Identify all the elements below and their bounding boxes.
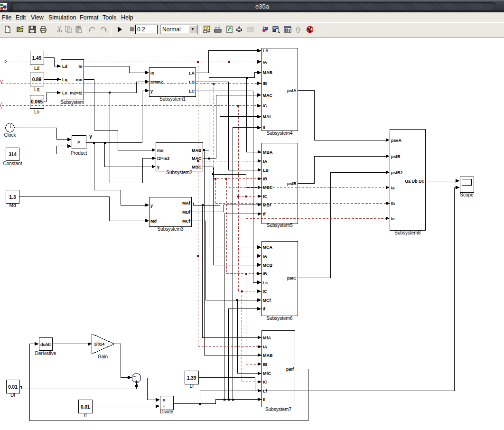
svg-text:MAf: MAf [263,114,271,119]
svg-text:Lf: Lf [190,383,194,389]
svg-text:IC: IC [263,289,268,294]
svg-text:Ic: Ic [391,216,395,221]
svg-text:1.49: 1.49 [32,56,42,61]
svg-text:Gain: Gain [98,354,108,359]
svg-text:Ib: Ib [391,201,395,206]
svg-text:÷: ÷ [163,403,166,409]
svg-text:Ia: Ia [391,186,395,190]
svg-text:Product: Product [71,150,87,156]
svg-text:Lq: Lq [34,87,39,92]
svg-text:Subsystem: Subsystem [61,100,84,105]
svg-text:rf: rf [84,412,87,418]
svg-text:Divide: Divide [160,409,173,414]
svg-text:Constant: Constant [3,161,22,166]
svg-text:1/314: 1/314 [94,342,105,346]
svg-text:Subsystem1: Subsystem1 [159,96,186,102]
svg-text:IC: IC [263,103,268,108]
svg-text:Ua Ub Uc: Ua Ub Uc [405,179,424,184]
svg-text:Y: Y [205,26,208,30]
svg-text:−: − [133,374,136,379]
svg-text:Lo: Lo [62,91,67,95]
svg-text:Lo: Lo [34,109,40,114]
svg-text:MBC: MBC [263,185,273,190]
svg-text:Derivative: Derivative [35,351,56,356]
svg-text:MfA: MfA [263,336,271,340]
svg-text:MAf: MAf [182,201,191,206]
svg-text:IB: IB [263,81,268,86]
svg-text:Subsystem8: Subsystem8 [394,230,420,235]
svg-text:MBf: MBf [182,210,191,215]
svg-text:y: y [157,165,159,169]
svg-text:×: × [77,139,81,146]
svg-text:MfC: MfC [263,371,271,376]
svg-text:psIB2: psIB2 [391,170,403,175]
svg-text:314: 314 [9,152,17,157]
svg-text:Subsystem2: Subsystem2 [166,170,192,175]
svg-text:Subsystem4: Subsystem4 [266,131,292,136]
svg-text:MCf: MCf [263,298,271,303]
svg-text:psIA: psIA [287,88,297,93]
svg-text:Subsystem6: Subsystem6 [266,316,292,321]
svg-text:t2=m2: t2=m2 [157,156,169,161]
svg-text:MCf: MCf [182,219,191,224]
svg-text:IC: IC [263,380,268,384]
svg-text:MCA: MCA [263,245,273,250]
svg-text:mo: mo [76,77,83,82]
svg-text:y: y [150,203,153,208]
svg-text:pseA: pseA [391,138,402,143]
svg-text:LC: LC [189,89,195,93]
svg-text:MAC: MAC [263,93,273,98]
svg-text:IA: IA [263,159,268,164]
svg-text:MBC: MBC [192,165,202,169]
svg-text:IA: IA [263,60,268,65]
svg-text:0.01: 0.01 [8,384,18,390]
svg-text:0.065: 0.065 [31,99,43,104]
svg-text:Clock: Clock [4,132,16,138]
svg-text:IA: IA [263,345,268,349]
svg-text:×: × [163,398,166,403]
svg-text:y: y [89,134,92,139]
svg-text:psIf: psIf [286,367,294,372]
svg-text:1.3: 1.3 [9,195,16,200]
svg-text:Scope: Scope [460,192,474,197]
svg-text:Subsystem7: Subsystem7 [265,407,291,412]
svg-text:IC: IC [263,194,268,199]
svg-text:y: y [150,89,153,93]
svg-text:MAB: MAB [192,148,202,153]
svg-text:du/dt: du/dt [40,342,51,347]
svg-text:Md: Md [150,219,157,224]
svg-text:MAB: MAB [263,353,273,358]
svg-text:LB: LB [263,168,269,173]
svg-text:MBA: MBA [263,150,273,155]
svg-text:Uf: Uf [10,393,15,398]
svg-text:0.89: 0.89 [32,77,42,82]
svg-text:Lq: Lq [62,77,67,82]
svg-text:IB: IB [263,362,268,367]
svg-text:IB: IB [263,177,268,181]
svg-text:Io: Io [79,64,83,69]
svg-text:mo: mo [157,148,164,153]
svg-text:1.39: 1.39 [187,375,196,381]
svg-text:MCB: MCB [263,263,273,268]
svg-text:0.01: 0.01 [81,404,90,410]
svg-text:psIB: psIB [287,181,297,186]
svg-text:Subsystem3: Subsystem3 [157,226,183,232]
svg-text:psIC: psIC [287,276,297,280]
svg-text:Subsystem5: Subsystem5 [267,223,293,228]
svg-text:Ld: Ld [62,64,67,69]
svg-text:m2=t2: m2=t2 [70,91,82,95]
svg-text:MAC: MAC [192,156,202,161]
svg-text:Lc: Lc [263,280,268,285]
svg-text:MAB: MAB [263,70,273,75]
svg-text:Md: Md [9,203,16,208]
svg-text:LA: LA [189,71,195,75]
svg-text:Ld: Ld [34,65,39,71]
svg-text:IA: IA [263,254,268,259]
svg-text:psIB: psIB [391,154,401,159]
svg-text:IB: IB [263,271,268,276]
svg-text:Io: Io [150,71,155,75]
svg-text:LA: LA [263,48,269,53]
